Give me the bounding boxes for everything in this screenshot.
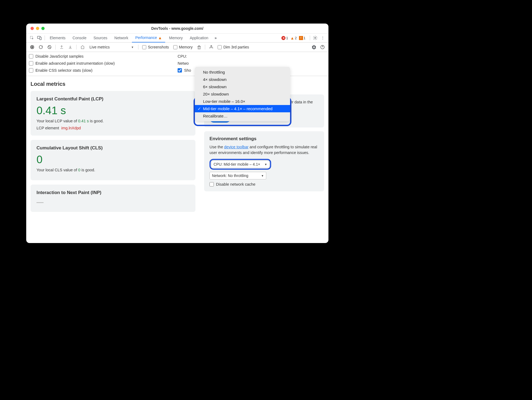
tab-performance[interactable]: Performance ▲ [132,34,165,42]
device-toolbar-link[interactable]: device toolbar [224,145,248,149]
kebab-menu-icon[interactable]: ⋮ [319,34,326,41]
issue-badges[interactable]: ✕1 ▲2 !1 [280,36,308,40]
help-icon[interactable] [319,43,326,51]
record-icon[interactable] [28,43,36,51]
warning-count: 2 [295,36,297,40]
svg-point-5 [31,46,33,48]
devtools-window: DevTools - www.google.com/ Elements Cons… [26,24,328,243]
inspect-icon[interactable] [28,34,35,41]
show-checkbox[interactable]: Sho [178,68,191,73]
settings-gear-icon[interactable] [312,34,319,41]
css-stats-checkbox[interactable]: Enable CSS selector stats (slow) [29,68,175,73]
disable-js-checkbox[interactable]: Disable JavaScript samples [29,54,175,58]
cpu-throttle-dropdown: No throttling 4× slowdown 6× slowdown 20… [195,67,290,121]
dim-checkbox[interactable]: Dim 3rd parties [216,45,251,49]
device-toolbar-icon[interactable] [36,34,43,41]
env-settings-card: Environment settings Use the device tool… [204,131,324,191]
error-count: 1 [286,36,288,40]
env-heading: Environment settings [210,136,319,142]
inp-title: Interaction to Next Paint (INP) [36,190,189,195]
disable-cache-checkbox[interactable]: Disable network cache [210,182,319,186]
tab-memory[interactable]: Memory [166,34,186,42]
reload-record-icon[interactable] [37,43,45,51]
lcp-card: Largest Contentful Paint (LCP) 0.41 s Yo… [31,91,195,136]
network-throttle-select[interactable]: Network: No throttling ▼ [210,172,266,179]
tab-elements[interactable]: Elements [46,34,69,42]
upload-icon[interactable] [58,43,65,51]
chevron-down-icon: ▼ [131,46,134,49]
separator [76,45,77,50]
inp-card: Interaction to Next Paint (INP) — [31,185,195,212]
separator [45,35,45,40]
cls-desc: Your local CLS value of 0 is good. [36,168,189,172]
collect-garbage-icon[interactable] [195,43,203,51]
separator [205,45,205,50]
lcp-desc: Your local LCP value of 0.41 s is good. [36,119,189,123]
inp-value-placeholder: — [36,198,189,206]
error-icon: ✕ [281,36,285,40]
tab-application[interactable]: Application [187,34,212,42]
tab-console[interactable]: Console [69,34,89,42]
separator [55,45,56,50]
cls-card: Cumulative Layout Shift (CLS) 0 Your loc… [31,140,195,180]
home-icon[interactable] [79,43,86,51]
network-row: Netwo [178,61,191,65]
download-icon[interactable] [66,43,74,51]
dropdown-item-mid-tier[interactable]: Mid-tier mobile – 4.1× – recommended [195,105,290,112]
dim-checkbox-input[interactable] [218,45,222,49]
chevron-down-icon: ▼ [264,163,267,166]
cpu-select-label: CPU: Mid-tier mobile – 4.1× [214,162,260,166]
dropdown-item-6x[interactable]: 6× slowdown [195,83,290,90]
dropdown-item-low-tier[interactable]: Low-tier mobile – 16.0× [195,98,290,105]
dropdown-item-20x[interactable]: 20× slowdown [195,90,290,98]
cls-title: Cumulative Layout Shift (CLS) [36,145,189,151]
warning-icon: ▲ [290,36,294,40]
window-title: DevTools - www.google.com/ [26,26,328,31]
panel-tabs: Elements Console Sources Network Perform… [26,34,328,42]
shortcut-icon[interactable] [207,43,215,51]
local-metrics-heading: Local metrics [31,81,195,87]
lcp-title: Largest Contentful Paint (LCP) [36,96,189,102]
chevron-down-icon: ▼ [261,174,264,177]
dropdown-item-4x[interactable]: 4× slowdown [195,76,290,83]
tab-network[interactable]: Network [111,34,131,42]
info-icon: ! [299,36,303,40]
separator [310,35,310,40]
memory-checkbox-input[interactable] [173,45,177,49]
screenshots-checkbox[interactable]: Screenshots [141,45,171,49]
more-tabs-icon[interactable]: » [212,34,219,41]
dropdown-item-no-throttle[interactable]: No throttling [195,68,290,76]
tab-sources[interactable]: Sources [90,34,111,42]
tab-performance-label: Performance [135,35,157,40]
separator [138,45,138,50]
clear-icon[interactable] [46,43,53,51]
lcp-element-selector[interactable]: img.lnXdpd [61,126,81,130]
metrics-select[interactable]: Live metrics ▼ [87,45,136,49]
metrics-select-label: Live metrics [89,45,110,49]
screenshots-checkbox-input[interactable] [142,45,146,49]
adv-paint-checkbox[interactable]: Enable advanced paint instrumentation (s… [29,61,175,65]
dropdown-item-recalibrate[interactable]: Recalibrate… [195,112,290,120]
warning-icon: ▲ [158,35,162,40]
cpu-row: CPU: [178,54,191,58]
cls-value: 0 [36,153,189,166]
performance-toolbar: Live metrics ▼ Screenshots Memory Dim 3r… [26,42,328,52]
net-select-label: Network: No throttling [212,173,248,178]
lcp-element-row: LCP element img.lnXdpd [36,126,189,130]
memory-checkbox[interactable]: Memory [172,45,194,49]
svg-rect-2 [40,37,41,40]
capture-settings-gear-icon[interactable] [310,43,318,51]
local-metrics-panel: Local metrics Largest Contentful Paint (… [26,76,200,238]
titlebar: DevTools - www.google.com/ [26,24,328,34]
env-text: Use the device toolbar and configure thr… [210,144,319,156]
info-count: 1 [304,36,305,40]
lcp-value: 0.41 s [36,104,189,117]
cpu-throttle-select[interactable]: CPU: Mid-tier mobile – 4.1× ▼ [211,160,270,168]
cpu-select-highlight: CPU: Mid-tier mobile – 4.1× ▼ [210,159,271,170]
svg-point-3 [315,37,316,39]
